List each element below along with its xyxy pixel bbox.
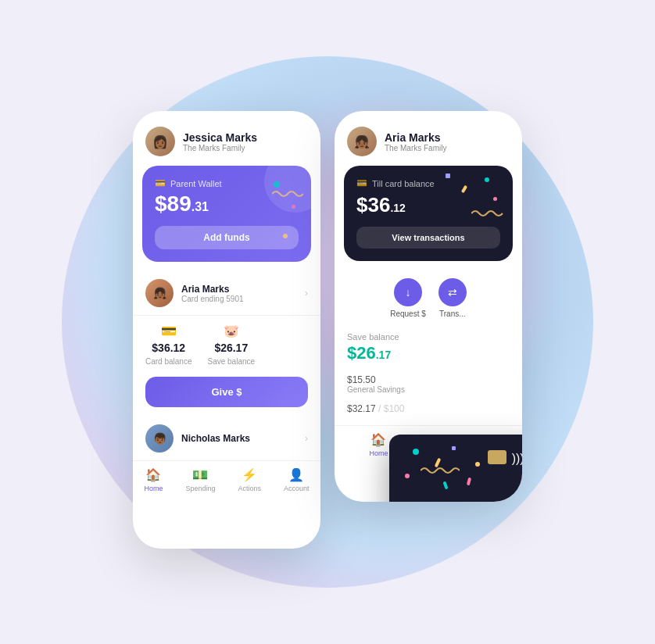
jessica-avatar-img: 👩🏾 [145,127,175,156]
account-icon: 👤 [288,467,304,482]
nicholas-chevron-icon: › [305,433,308,444]
left-bottom-nav: 🏠 Home 💵 Spending ⚡ Actions 👤 Account [133,460,320,502]
till-card-label: 💳 Till card balance [356,178,500,188]
right-phone-header: 👧🏾 Aria Marks The Marks Family [335,111,522,166]
jessica-user-info: Jessica Marks The Marks Family [183,131,257,152]
deco-dot-2 [292,205,295,209]
actions-row: ↓ Request $ ⇄ Trans... [335,270,522,326]
aria-right-avatar-img: 👧🏾 [347,127,377,156]
cc-3 [493,197,497,201]
save-section-label: Save balance [347,332,510,342]
jessica-avatar: 👩🏾 [145,127,175,156]
aria-right-avatar: 👧🏾 [347,127,377,156]
general-savings-name: General Savings [347,385,510,394]
cc-1 [485,177,489,182]
general-savings-amount: $15.50 [347,374,510,385]
right-nav-home-label: Home [369,449,388,457]
aria-balance-row: 💳 $36.12 Card balance 🐷 $26.17 Save bala… [133,316,320,374]
till-balance-whole: $36 [356,193,390,216]
till-balance-cents: .12 [390,202,405,214]
card-balance-amount: $36.12 [152,342,185,354]
till-card-icon: 💳 [356,178,367,188]
left-phone-header: 👩🏾 Jessica Marks The Marks Family [133,111,320,166]
till-card-label-text: Till card balance [372,179,435,188]
deco-dot-1 [274,181,280,188]
card-wifi-icon: )))) [512,452,522,466]
card-balance-item: 💳 $36.12 Card balance [145,324,191,366]
card-balance-label: Card balance [145,357,191,366]
right-phone: 👧🏾 Aria Marks The Marks Family 💳 [335,111,522,502]
transfer-icon: ⇄ [438,278,467,306]
save-balance-amount: $26.17 [214,342,248,354]
progress-limit: / $100 [378,403,404,414]
progress-savings-item: $32.17 / $100 [335,399,522,419]
right-nav-home[interactable]: 🏠 Home [369,432,388,457]
deco-dot-3 [283,234,288,238]
add-funds-button[interactable]: Add funds [155,226,299,249]
deco-wave-dark [471,209,506,218]
nav-home[interactable]: 🏠 Home [144,467,163,492]
save-section-amount: $26.17 [347,343,510,363]
jessica-family: The Marks Family [183,144,257,152]
transfer-action[interactable]: ⇄ Trans... [438,278,467,318]
card-balance-icon: 💳 [161,324,177,338]
progress-amount: $32.17 / $100 [347,403,510,414]
save-amount-cents: .17 [376,349,391,361]
save-amount-whole: $26 [347,343,376,363]
home-icon: 🏠 [145,467,161,482]
jessica-name: Jessica Marks [183,131,257,144]
wallet-card: 💳 Parent Wallet $89.31 Add funds [142,166,311,262]
save-section: Save balance $26.17 [335,326,522,370]
view-transactions-button[interactable]: View transactions [356,227,500,249]
nav-account[interactable]: 👤 Account [284,467,310,492]
save-balance-label: Save balance [207,357,255,366]
nav-spending-label: Spending [185,485,215,492]
scene: 👩🏾 Jessica Marks The Marks Family 💳 [0,0,655,644]
transfer-label: Trans... [439,309,466,318]
nicholas-child-info: Nicholas Marks [181,433,250,444]
aria-chevron-icon: › [305,288,308,299]
request-action[interactable]: ↓ Request $ [390,278,426,318]
debit-card: )))) till DEBIT VISA [389,435,522,502]
aria-right-user-info: Aria Marks The Marks Family [385,131,446,152]
save-balance-icon: 🐷 [224,324,239,338]
left-phone: 👩🏾 Jessica Marks The Marks Family 💳 [133,111,320,549]
request-icon: ↓ [394,278,422,306]
aria-card-ending: Card ending 5901 [181,295,244,303]
card-chip [488,450,506,464]
aria-avatar: 👧🏾 [145,279,174,307]
aria-right-name: Aria Marks [385,131,446,144]
cc-4 [446,174,450,178]
nav-actions-label: Actions [238,485,261,492]
actions-icon: ⚡ [242,467,257,482]
aria-child-info: Aria Marks Card ending 5901 [181,284,244,303]
nicholas-name: Nicholas Marks [181,433,250,444]
progress-amount-text: $32.17 [347,403,376,414]
nicholas-avatar: 👦🏾 [145,424,174,453]
request-label: Request $ [390,309,426,318]
give-button[interactable]: Give $ [145,377,308,407]
debit-card-inner: )))) till DEBIT VISA [389,435,522,502]
aria-right-family: The Marks Family [385,144,446,152]
aria-child-row[interactable]: 👧🏾 Aria Marks Card ending 5901 › [133,271,320,316]
aria-child-name: Aria Marks [181,284,244,295]
right-home-icon: 🏠 [370,432,386,447]
nav-home-label: Home [144,485,163,492]
wallet-balance-whole: $89 [155,191,191,216]
till-card: 💳 Till card balance $36.12 View transact… [344,166,513,261]
nav-actions[interactable]: ⚡ Actions [238,467,261,492]
nav-account-label: Account [284,485,310,492]
wallet-label-text: Parent Wallet [170,179,222,188]
nav-spending[interactable]: 💵 Spending [185,467,215,492]
general-savings-item: $15.50 General Savings [335,370,522,399]
deco-wave [272,189,303,199]
wallet-icon: 💳 [155,178,166,188]
phones-container: 👩🏾 Jessica Marks The Marks Family 💳 [133,111,522,549]
save-balance-item: 🐷 $26.17 Save balance [207,324,255,366]
spending-icon: 💵 [192,467,208,482]
wallet-balance-cents: .31 [191,200,209,213]
nicholas-row[interactable]: 👦🏾 Nicholas Marks › [133,417,320,460]
